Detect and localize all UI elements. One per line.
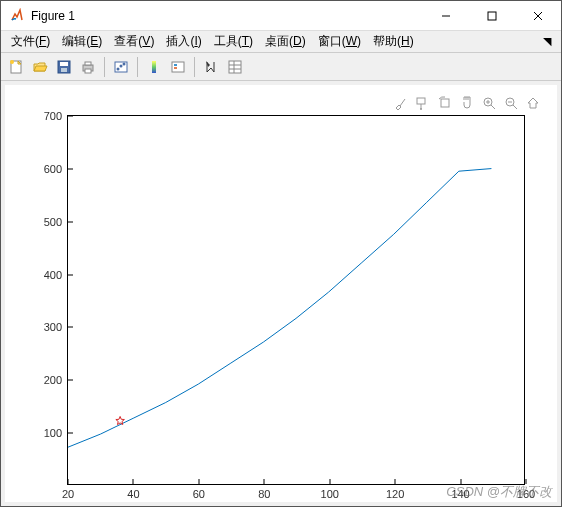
- svg-rect-1: [488, 12, 496, 20]
- svg-rect-8: [61, 68, 67, 72]
- insert-colorbar-button[interactable]: [143, 56, 165, 78]
- menu-file[interactable]: 文件(F): [5, 31, 56, 52]
- menu-edit[interactable]: 编辑(E): [56, 31, 108, 52]
- expand-toolstrip-icon[interactable]: ◥: [537, 35, 557, 48]
- svg-rect-11: [85, 69, 91, 73]
- close-button[interactable]: [515, 1, 561, 31]
- menu-window[interactable]: 窗口(W): [312, 31, 367, 52]
- axes-toolbar: [391, 93, 543, 113]
- toolbar-sep: [194, 57, 195, 77]
- pan-icon[interactable]: [457, 93, 477, 113]
- minimize-button[interactable]: [423, 1, 469, 31]
- open-property-inspector-button[interactable]: [224, 56, 246, 78]
- x-tick-label: 100: [321, 484, 339, 500]
- svg-point-15: [123, 62, 126, 65]
- svg-rect-17: [172, 62, 184, 72]
- svg-rect-10: [85, 62, 91, 65]
- link-brush-button[interactable]: [110, 56, 132, 78]
- svg-rect-16: [152, 61, 156, 73]
- figure-area: 100200300400500600700 204060801001201401…: [1, 81, 561, 506]
- y-tick-label: 500: [44, 216, 68, 228]
- print-button[interactable]: [77, 56, 99, 78]
- menu-help[interactable]: 帮助(H): [367, 31, 420, 52]
- plot-svg: [68, 116, 524, 484]
- brush-icon[interactable]: [391, 93, 411, 113]
- svg-line-25: [400, 99, 405, 106]
- watermark-text: CSDN @不牌不改: [446, 483, 552, 501]
- y-tick-label: 600: [44, 163, 68, 175]
- svg-rect-7: [60, 62, 68, 66]
- insert-legend-button[interactable]: [167, 56, 189, 78]
- save-button[interactable]: [53, 56, 75, 78]
- y-tick-label: 300: [44, 321, 68, 333]
- svg-point-5: [10, 60, 14, 64]
- figure-canvas: 100200300400500600700 204060801001201401…: [5, 85, 557, 502]
- svg-point-28: [420, 108, 422, 110]
- svg-line-35: [513, 105, 517, 109]
- zoom-out-icon[interactable]: [501, 93, 521, 113]
- svg-rect-26: [417, 98, 425, 104]
- axes[interactable]: 100200300400500600700 204060801001201401…: [67, 115, 525, 485]
- window-title: Figure 1: [31, 9, 423, 23]
- matlab-logo-icon: [9, 8, 25, 24]
- y-tick-label: 200: [44, 374, 68, 386]
- svg-point-13: [117, 67, 120, 70]
- edit-plot-button[interactable]: [200, 56, 222, 78]
- y-tick-label: 400: [44, 269, 68, 281]
- open-button[interactable]: [29, 56, 51, 78]
- menu-insert[interactable]: 插入(I): [160, 31, 207, 52]
- svg-point-14: [120, 64, 123, 67]
- menubar: 文件(F) 编辑(E) 查看(V) 插入(I) 工具(T) 桌面(D) 窗口(W…: [1, 31, 561, 53]
- x-tick-label: 80: [258, 484, 270, 500]
- x-tick-label: 60: [193, 484, 205, 500]
- toolbar: [1, 53, 561, 81]
- svg-rect-21: [229, 61, 241, 73]
- datatip-icon[interactable]: [413, 93, 433, 113]
- x-tick-label: 20: [62, 484, 74, 500]
- new-figure-button[interactable]: [5, 56, 27, 78]
- x-tick-label: 120: [386, 484, 404, 500]
- maximize-button[interactable]: [469, 1, 515, 31]
- rotate-icon[interactable]: [435, 93, 455, 113]
- restore-view-icon[interactable]: [523, 93, 543, 113]
- svg-line-31: [491, 105, 495, 109]
- toolbar-sep: [104, 57, 105, 77]
- menu-view[interactable]: 查看(V): [108, 31, 160, 52]
- menu-desktop[interactable]: 桌面(D): [259, 31, 312, 52]
- x-tick-label: 40: [127, 484, 139, 500]
- zoom-in-icon[interactable]: [479, 93, 499, 113]
- y-tick-label: 700: [44, 110, 68, 122]
- titlebar: Figure 1: [1, 1, 561, 31]
- toolbar-sep: [137, 57, 138, 77]
- y-tick-label: 100: [44, 427, 68, 439]
- menu-tools[interactable]: 工具(T): [208, 31, 259, 52]
- figure-window: Figure 1 文件(F) 编辑(E) 查看(V) 插入(I) 工具(T) 桌…: [0, 0, 562, 507]
- svg-rect-29: [441, 99, 449, 107]
